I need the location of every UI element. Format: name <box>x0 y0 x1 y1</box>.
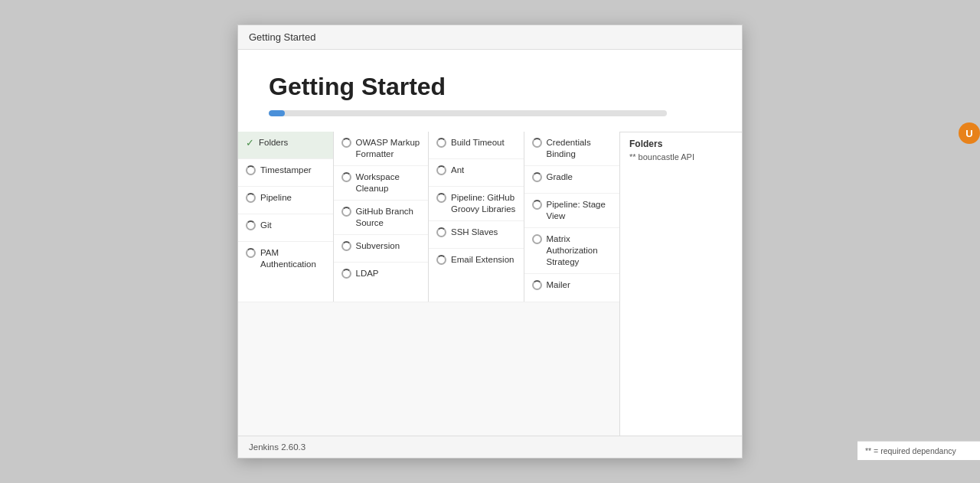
plugin-name: Gradle <box>547 171 573 183</box>
progress-bar-fill <box>269 110 285 116</box>
plugin-name: Credentials Binding <box>547 137 612 160</box>
page-title: Getting Started <box>269 73 711 101</box>
plugin-name: GitHub Branch Source <box>356 206 421 229</box>
list-item[interactable]: LDAP <box>334 263 429 290</box>
spinner-icon <box>341 269 351 279</box>
info-sidebar: Folders ** bouncastle API ** = required … <box>619 132 742 436</box>
plugin-grid: ✓ Folders Timestamper Pipeline <box>238 132 619 302</box>
spinner-icon <box>532 280 542 290</box>
plugin-name: Email Extension <box>451 254 514 266</box>
plugin-name: Workspace Cleanup <box>356 171 421 194</box>
spinner-icon <box>246 165 256 175</box>
plugin-column-4: Credentials Binding Gradle Pipeline: Sta… <box>524 132 620 302</box>
jenkins-version: Jenkins 2.60.3 <box>249 442 305 452</box>
plugin-name: Ant <box>451 165 464 176</box>
empty-plugin-area <box>238 302 619 436</box>
plugin-name: Mailer <box>547 279 570 291</box>
modal-footer: Jenkins 2.60.3 <box>238 436 742 458</box>
info-panel: Folders ** bouncastle API <box>620 132 742 392</box>
plugin-name: Pipeline <box>260 192 292 204</box>
spinner-icon <box>341 207 351 217</box>
spinner-icon <box>436 255 446 265</box>
list-item[interactable]: PAM Authentication <box>238 242 333 276</box>
list-item[interactable]: Ant <box>429 159 524 187</box>
info-panel-dependency: ** bouncastle API <box>629 152 733 162</box>
spinner-icon <box>436 165 446 175</box>
plugin-column-1: ✓ Folders Timestamper Pipeline <box>238 132 334 302</box>
spinner-icon <box>436 227 446 237</box>
plugin-name: Folders <box>259 137 288 148</box>
plugin-name: SSH Slaves <box>451 227 498 238</box>
circle-icon <box>532 234 542 244</box>
spinner-icon <box>246 220 256 230</box>
spinner-icon <box>436 193 446 203</box>
list-item[interactable]: SSH Slaves <box>429 221 524 249</box>
spinner-icon <box>436 138 446 148</box>
list-item[interactable]: Subversion <box>334 235 429 263</box>
list-item[interactable]: Mailer <box>524 274 620 302</box>
list-item[interactable]: Git <box>238 214 333 242</box>
progress-bar-container <box>269 110 667 116</box>
list-item[interactable]: Pipeline: GitHub Groovy Libraries <box>429 187 524 221</box>
list-item[interactable]: GitHub Branch Source <box>334 201 429 235</box>
spinner-icon <box>341 241 351 251</box>
list-item[interactable]: Workspace Cleanup <box>334 166 429 201</box>
modal-title: Getting Started <box>249 31 315 43</box>
plugin-name: Pipeline: GitHub Groovy Libraries <box>451 192 516 215</box>
list-item[interactable]: Pipeline <box>238 187 333 214</box>
list-item[interactable]: ✓ Folders <box>238 132 333 159</box>
spinner-icon <box>246 248 256 258</box>
plugin-name: Build Timeout <box>451 137 505 148</box>
list-item[interactable]: Email Extension <box>429 249 524 276</box>
list-item[interactable]: Matrix Authorization Strategy <box>524 228 620 274</box>
plugin-name: Timestamper <box>260 165 312 176</box>
list-item[interactable]: Credentials Binding <box>524 132 620 166</box>
spinner-icon <box>341 172 351 182</box>
list-item[interactable]: OWASP Markup Formatter <box>334 132 429 166</box>
plugin-name: OWASP Markup Formatter <box>356 137 421 160</box>
modal-title-bar: Getting Started <box>238 25 742 50</box>
plugin-name: Subversion <box>356 240 400 252</box>
check-icon: ✓ <box>246 137 254 148</box>
hero-section: Getting Started <box>238 50 742 132</box>
main-modal: Getting Started Getting Started ✓ Folder… <box>237 24 743 459</box>
info-panel-title: Folders <box>629 139 733 149</box>
plugin-column-3: Build Timeout Ant Pipeline: GitHub Groov… <box>429 132 524 302</box>
list-item[interactable]: Gradle <box>524 166 620 194</box>
avatar-initial: U <box>965 128 972 139</box>
spinner-icon <box>532 200 542 210</box>
list-item[interactable]: Build Timeout <box>429 132 524 159</box>
spinner-icon <box>532 172 542 182</box>
plugin-column-2: OWASP Markup Formatter Workspace Cleanup… <box>334 132 430 302</box>
plugin-area: ✓ Folders Timestamper Pipeline <box>238 132 742 436</box>
plugin-name: Pipeline: Stage View <box>547 199 612 222</box>
list-item[interactable]: Pipeline: Stage View <box>524 194 620 228</box>
plugin-name: Matrix Authorization Strategy <box>547 233 612 268</box>
plugin-name: PAM Authentication <box>260 247 325 270</box>
list-item[interactable]: Timestamper <box>238 159 333 187</box>
plugin-name: LDAP <box>356 268 379 279</box>
spinner-icon <box>532 138 542 148</box>
sidebar-footer-note: ** = required dependancy <box>858 441 980 460</box>
spinner-icon <box>246 193 256 203</box>
avatar[interactable]: U <box>959 122 980 144</box>
spinner-icon <box>341 138 351 148</box>
plugins-section: ✓ Folders Timestamper Pipeline <box>238 132 619 436</box>
plugin-name: Git <box>260 220 272 231</box>
